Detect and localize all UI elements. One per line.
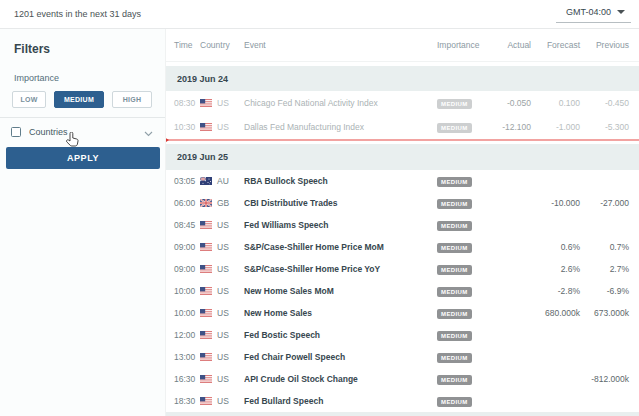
event-time: 08:45 (174, 220, 200, 230)
previous-value: 0.7% (580, 242, 629, 252)
economic-calendar-table: Time Country Event Importance Actual For… (166, 29, 639, 416)
forecast-value: 0.6% (531, 242, 580, 252)
event-row[interactable]: 16:30 US API Crude Oil Stock Change MEDI… (166, 368, 639, 390)
event-time: 16:30 (174, 374, 200, 384)
event-row[interactable]: 08:30 US Chicago Fed National Activity I… (166, 91, 639, 115)
filters-sidebar: Filters Importance LOW MEDIUM HIGH Count… (0, 29, 166, 416)
date-header-label: 2019 Jun 25 (177, 152, 228, 162)
event-time: 10:30 (174, 122, 200, 132)
us-flag-icon (200, 287, 212, 295)
event-row[interactable]: 10:00 US New Home Sales MEDIUM 680.000k … (166, 302, 639, 324)
date-header: 2019 Jun 24 (166, 66, 639, 91)
country-code: US (217, 98, 229, 108)
event-name: Chicago Fed National Activity Index (244, 98, 437, 108)
importance-badge: MEDIUM (437, 243, 472, 253)
event-row[interactable]: 13:00 US Fed Chair Powell Speech MEDIUM (166, 346, 639, 368)
importance-badge: MEDIUM (437, 199, 472, 209)
country-code: US (217, 220, 229, 230)
gb-flag-icon (200, 199, 212, 207)
country-code: US (217, 374, 229, 384)
event-row[interactable]: 08:45 US Fed Williams Speech MEDIUM (166, 214, 639, 236)
event-row[interactable]: 09:00 US S&P/Case-Shiller Home Price MoM… (166, 236, 639, 258)
importance-badge: MEDIUM (437, 123, 472, 133)
event-name: S&P/Case-Shiller Home Price MoM (244, 242, 437, 252)
event-country: AU (200, 176, 244, 186)
caret-down-icon (617, 10, 625, 14)
date-group: 2019 Jun 24 08:30 US Chicago Fed Nationa… (166, 66, 639, 139)
au-flag-icon (200, 177, 212, 185)
group-rows: 08:30 US Chicago Fed National Activity I… (166, 91, 639, 139)
event-time: 09:00 (174, 264, 200, 274)
forecast-value: -10.000 (531, 198, 580, 208)
countries-label: Countries (29, 127, 68, 137)
country-code: US (217, 242, 229, 252)
forecast-value: 0.100 (531, 98, 580, 108)
event-name: Dallas Fed Manufacturing Index (244, 122, 437, 132)
event-row[interactable]: 03:05 AU RBA Bullock Speech MEDIUM (166, 170, 639, 192)
previous-value: -6.9% (580, 286, 629, 296)
us-flag-icon (200, 397, 212, 405)
col-header-importance: Importance (437, 40, 495, 50)
previous-value: -812.000k (580, 374, 629, 384)
importance-badge: MEDIUM (437, 99, 472, 109)
events-count-summary: 1201 events in the next 31 days (14, 9, 141, 19)
country-code: US (217, 308, 229, 318)
chevron-down-icon[interactable] (144, 123, 153, 141)
event-country: GB (200, 198, 244, 208)
importance-badge: MEDIUM (437, 397, 472, 407)
importance-badge: MEDIUM (437, 353, 472, 363)
country-code: US (217, 286, 229, 296)
event-time: 09:00 (174, 242, 200, 252)
us-flag-icon (200, 265, 212, 273)
date-group: 2019 Jun 25 03:05 AU RBA Bullock Speech … (166, 144, 639, 412)
importance-low-button[interactable]: LOW (12, 91, 46, 108)
previous-value: -27.000 (580, 198, 629, 208)
importance-medium-button[interactable]: MEDIUM (54, 91, 104, 108)
col-header-time: Time (174, 40, 200, 50)
importance-badge: MEDIUM (437, 309, 472, 319)
timezone-value: GMT-04:00 (566, 7, 611, 17)
event-country: US (200, 374, 244, 384)
us-flag-icon (200, 99, 212, 107)
event-row[interactable]: 18:30 US Fed Bullard Speech MEDIUM (166, 390, 639, 412)
importance-cell: MEDIUM (437, 374, 495, 385)
importance-cell: MEDIUM (437, 98, 495, 109)
event-country: US (200, 286, 244, 296)
importance-cell: MEDIUM (437, 308, 495, 319)
country-code: GB (217, 198, 229, 208)
actual-value: -12.100 (495, 122, 531, 132)
event-row[interactable]: 06:00 GB CBI Distributive Trades MEDIUM … (166, 192, 639, 214)
col-header-previous: Previous (580, 40, 629, 50)
event-name: RBA Bullock Speech (244, 176, 437, 186)
actual-value: -0.050 (495, 98, 531, 108)
date-header-label: 2019 Jun 24 (177, 74, 228, 84)
apply-button[interactable]: APPLY (6, 147, 160, 169)
importance-label: Importance (0, 56, 165, 83)
event-name: CBI Distributive Trades (244, 198, 437, 208)
event-country: US (200, 122, 244, 132)
countries-filter-toggle[interactable]: Countries (0, 118, 165, 145)
event-row[interactable]: 10:00 US New Home Sales MoM MEDIUM -2.8%… (166, 280, 639, 302)
forecast-value: 680.000k (531, 308, 580, 318)
importance-high-button[interactable]: HIGH (112, 91, 152, 108)
importance-button-group: LOW MEDIUM HIGH (0, 83, 165, 108)
event-time: 13:00 (174, 352, 200, 362)
event-time: 10:00 (174, 308, 200, 318)
event-row[interactable]: 10:30 US Dallas Fed Manufacturing Index … (166, 115, 639, 139)
event-name: Fed Bostic Speech (244, 330, 437, 340)
col-header-actual: Actual (495, 40, 531, 50)
event-time: 12:00 (174, 330, 200, 340)
forecast-value: -1.000 (531, 122, 580, 132)
country-code: US (217, 122, 229, 132)
event-time: 10:00 (174, 286, 200, 296)
importance-badge: MEDIUM (437, 265, 472, 275)
us-flag-icon (200, 331, 212, 339)
timezone-selector[interactable]: GMT-04:00 (556, 5, 631, 23)
event-row[interactable]: 12:00 US Fed Bostic Speech MEDIUM (166, 324, 639, 346)
us-flag-icon (200, 353, 212, 361)
countries-checkbox[interactable] (11, 127, 21, 137)
importance-cell: MEDIUM (437, 352, 495, 363)
importance-cell: MEDIUM (437, 176, 495, 187)
col-header-event: Event (244, 40, 437, 50)
event-row[interactable]: 09:00 US S&P/Case-Shiller Home Price YoY… (166, 258, 639, 280)
